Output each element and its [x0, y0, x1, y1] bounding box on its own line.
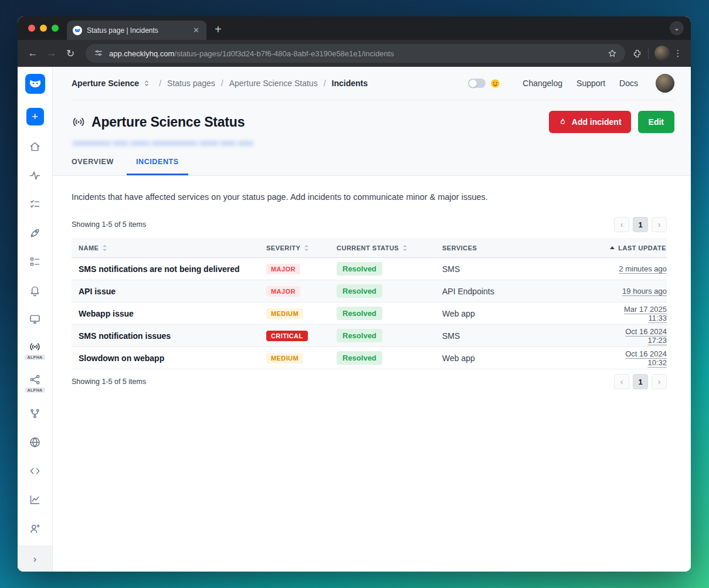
browser-tabstrip: Status page | Incidents ✕ + ⌄: [18, 16, 691, 40]
next-page-icon[interactable]: ›: [652, 217, 667, 232]
incident-severity-cell: CRITICAL: [259, 330, 330, 341]
breadcrumb: Aperture Science / Status pages / Apertu…: [72, 67, 674, 100]
browser-tab[interactable]: Status page | Incidents ✕: [67, 21, 206, 40]
column-header-last-update[interactable]: LAST UPDATE: [605, 244, 667, 251]
chevron-right-icon: ›: [33, 554, 36, 565]
column-header-services[interactable]: SERVICES: [435, 244, 605, 251]
smiley-emoji-icon: [490, 79, 500, 89]
create-new-button[interactable]: +: [26, 108, 44, 125]
current-page[interactable]: 1: [633, 374, 648, 389]
breadcrumb-separator: /: [324, 79, 326, 88]
current-page[interactable]: 1: [633, 217, 648, 232]
next-page-icon[interactable]: ›: [652, 374, 667, 389]
account-switcher-icon[interactable]: [143, 79, 151, 87]
main-area: Aperture Science / Status pages / Apertu…: [53, 67, 691, 572]
sidebar-item-environments[interactable]: [18, 399, 52, 428]
prev-page-icon[interactable]: ‹: [614, 217, 629, 232]
sidebar-item-status-pages[interactable]: ALPHA: [18, 334, 52, 366]
add-incident-button[interactable]: Add incident: [549, 111, 631, 133]
table-row[interactable]: SMS notification issues CRITICAL Resolve…: [72, 325, 667, 347]
toolbar-divider: [648, 47, 649, 59]
incident-last-update[interactable]: 19 hours ago: [605, 287, 667, 295]
new-tab-button[interactable]: +: [215, 23, 222, 35]
support-link[interactable]: Support: [576, 79, 605, 88]
sidebar-item-traces[interactable]: ALPHA: [18, 366, 52, 399]
browser-menu-icon[interactable]: ⋮: [672, 48, 684, 59]
column-header-name[interactable]: NAME: [72, 244, 259, 251]
table-row[interactable]: SMS notifications are not being delivere…: [72, 258, 667, 280]
back-icon[interactable]: ←: [25, 45, 41, 62]
url-bar[interactable]: app.checklyhq.com/status-pages/1d0f3d24-…: [86, 44, 625, 63]
incident-last-update[interactable]: Oct 16 2024 10:32: [605, 349, 667, 367]
title-row: Aperture Science Status Add incident Edi…: [72, 100, 674, 133]
sidebar-item-activity[interactable]: [18, 161, 52, 190]
severity-badge: MAJOR: [266, 286, 300, 297]
column-header-current-status[interactable]: CURRENT STATUS: [330, 244, 435, 251]
extensions-icon[interactable]: [632, 49, 642, 59]
incident-status-cell: Resolved: [330, 262, 435, 276]
expand-sidebar-button[interactable]: ›: [18, 546, 52, 572]
docs-link[interactable]: Docs: [619, 79, 638, 88]
sidebar-item-code-snippets[interactable]: [18, 457, 52, 485]
checkly-app: +: [18, 67, 691, 572]
sort-icon: [102, 244, 107, 251]
broadcast-icon: [72, 115, 86, 129]
browser-profile-avatar[interactable]: [654, 46, 670, 61]
list-controls-bottom: Showing 1-5 of 5 items ‹ 1 ›: [72, 374, 667, 389]
table-row[interactable]: Slowdown on webapp MEDIUM Resolved Web a…: [72, 347, 667, 369]
incidents-content: Incidents that have affected services on…: [53, 176, 691, 572]
sidebar-item-rocket[interactable]: [18, 219, 52, 247]
sidebar-item-home[interactable]: [18, 132, 52, 161]
severity-badge: MEDIUM: [266, 353, 303, 363]
page-title: Aperture Science Status: [91, 114, 245, 130]
reload-icon[interactable]: ↻: [62, 45, 79, 62]
minimize-window-button[interactable]: [40, 25, 47, 32]
table-row[interactable]: API issue MAJOR Resolved API Endpoints 1…: [72, 280, 667, 303]
changelog-link[interactable]: Changelog: [523, 79, 562, 88]
pagination-bottom: ‹ 1 ›: [614, 374, 667, 389]
incident-severity-cell: MEDIUM: [259, 308, 330, 319]
sidebar-item-check-groups[interactable]: [18, 247, 52, 276]
sidebar-item-dashboards[interactable]: [18, 305, 52, 334]
table-row[interactable]: Webapp issue MEDIUM Resolved Web app Mar…: [72, 303, 667, 325]
site-settings-icon[interactable]: [94, 49, 103, 58]
tab-overview[interactable]: OVERVIEW: [62, 154, 123, 175]
bookmark-star-icon[interactable]: [608, 49, 617, 58]
sidebar-item-globe[interactable]: [18, 428, 52, 457]
status-badge: Resolved: [337, 329, 382, 342]
incident-last-update[interactable]: 2 minutes ago: [605, 264, 667, 273]
tab-title: Status page | Incidents: [87, 26, 187, 35]
incident-last-update[interactable]: Oct 16 2024 17:23: [605, 327, 667, 345]
theme-toggle[interactable]: [468, 79, 486, 88]
page-header: Aperture Science / Status pages / Apertu…: [53, 67, 691, 176]
tab-close-icon[interactable]: ✕: [192, 26, 201, 35]
incident-severity-cell: MAJOR: [259, 285, 330, 297]
sort-ascending-icon: [610, 246, 615, 249]
breadcrumb-status-page-name[interactable]: Aperture Science Status: [229, 79, 318, 88]
status-badge: Resolved: [337, 351, 382, 365]
table-header-row: NAME SEVERITY CURRENT STATUS SERVIC: [72, 238, 667, 258]
maximize-window-button[interactable]: [52, 25, 59, 32]
incident-services: Web app: [435, 309, 605, 318]
incident-status-cell: Resolved: [330, 329, 435, 342]
status-page-url-blurred[interactable]: xxxxxxxxxx xxxx xxxxx xxxxxxxxxxxx xxxxx…: [73, 138, 278, 147]
user-avatar[interactable]: [656, 74, 674, 93]
edit-button[interactable]: Edit: [638, 111, 674, 133]
showing-count: Showing 1-5 of 5 items: [72, 220, 146, 229]
sidebar-item-invite-user[interactable]: [18, 514, 52, 543]
close-window-button[interactable]: [28, 25, 35, 32]
breadcrumb-status-pages[interactable]: Status pages: [167, 79, 215, 88]
tab-search-icon[interactable]: ⌄: [670, 21, 684, 35]
sidebar-item-analytics[interactable]: [18, 485, 52, 514]
sidebar-nav: ALPHA ALPHA: [18, 132, 52, 543]
tab-incidents[interactable]: INCIDENTS: [127, 154, 188, 175]
column-header-severity[interactable]: SEVERITY: [259, 244, 330, 251]
breadcrumb-account[interactable]: Aperture Science: [72, 79, 139, 88]
incident-severity-cell: MEDIUM: [259, 352, 330, 363]
prev-page-icon[interactable]: ‹: [614, 374, 629, 389]
incident-last-update[interactable]: Mar 17 2025 11:33: [605, 305, 667, 322]
sidebar-item-checks[interactable]: [18, 190, 52, 219]
sidebar-item-alerts[interactable]: [18, 276, 52, 305]
checkly-logo-icon[interactable]: [25, 74, 45, 94]
incident-services: SMS: [435, 331, 605, 341]
